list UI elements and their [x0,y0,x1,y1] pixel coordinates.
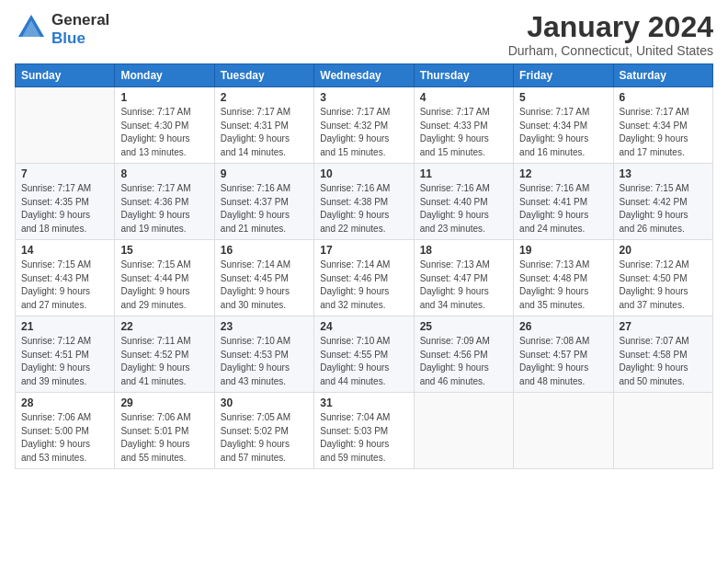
logo-text: General Blue [51,11,109,48]
calendar-cell: 10Sunrise: 7:16 AMSunset: 4:38 PMDayligh… [314,164,414,240]
day-info: Sunrise: 7:16 AMSunset: 4:40 PMDaylight:… [420,182,507,236]
day-number: 9 [221,167,308,180]
day-number: 5 [519,91,607,104]
header: General Blue January 2024 Durham, Connec… [15,11,713,58]
header-tuesday: Tuesday [214,64,313,87]
week-row-2: 14Sunrise: 7:15 AMSunset: 4:43 PMDayligh… [16,240,713,316]
calendar-cell: 11Sunrise: 7:16 AMSunset: 4:40 PMDayligh… [414,164,513,240]
calendar-cell: 29Sunrise: 7:06 AMSunset: 5:01 PMDayligh… [115,393,214,469]
day-info: Sunrise: 7:15 AMSunset: 4:44 PMDaylight:… [120,259,208,312]
calendar-cell: 1Sunrise: 7:17 AMSunset: 4:30 PMDaylight… [115,87,214,164]
calendar-cell: 5Sunrise: 7:17 AMSunset: 4:34 PMDaylight… [514,87,613,164]
day-info: Sunrise: 7:17 AMSunset: 4:31 PMDaylight:… [221,106,308,159]
day-info: Sunrise: 7:16 AMSunset: 4:38 PMDaylight:… [320,182,407,236]
calendar-cell: 7Sunrise: 7:17 AMSunset: 4:35 PMDaylight… [16,164,115,240]
title-block: January 2024 Durham, Connecticut, United… [508,11,713,58]
subtitle: Durham, Connecticut, United States [508,43,713,58]
day-info: Sunrise: 7:05 AMSunset: 5:02 PMDaylight:… [221,411,308,465]
calendar-cell: 26Sunrise: 7:08 AMSunset: 4:57 PMDayligh… [514,316,613,393]
day-number: 8 [120,167,208,180]
calendar-cell: 30Sunrise: 7:05 AMSunset: 5:02 PMDayligh… [214,393,313,469]
day-number: 25 [420,320,507,333]
day-info: Sunrise: 7:17 AMSunset: 4:36 PMDaylight:… [120,182,208,236]
calendar-cell: 9Sunrise: 7:16 AMSunset: 4:37 PMDaylight… [214,164,313,240]
calendar-cell [613,393,712,469]
day-info: Sunrise: 7:17 AMSunset: 4:35 PMDaylight:… [21,182,108,236]
day-info: Sunrise: 7:15 AMSunset: 4:43 PMDaylight:… [21,259,108,312]
calendar-cell: 28Sunrise: 7:06 AMSunset: 5:00 PMDayligh… [16,393,115,469]
day-info: Sunrise: 7:10 AMSunset: 4:53 PMDaylight:… [221,335,308,388]
day-info: Sunrise: 7:16 AMSunset: 4:41 PMDaylight:… [519,182,607,236]
day-number: 31 [320,396,407,409]
day-info: Sunrise: 7:08 AMSunset: 4:57 PMDaylight:… [519,335,607,388]
day-info: Sunrise: 7:17 AMSunset: 4:34 PMDaylight:… [519,106,607,159]
calendar-cell [414,393,513,469]
day-info: Sunrise: 7:06 AMSunset: 5:00 PMDaylight:… [21,411,108,465]
day-number: 7 [21,167,108,180]
day-info: Sunrise: 7:04 AMSunset: 5:03 PMDaylight:… [320,411,407,465]
calendar-cell: 2Sunrise: 7:17 AMSunset: 4:31 PMDaylight… [214,87,313,164]
logo: General Blue [15,11,109,48]
day-info: Sunrise: 7:17 AMSunset: 4:34 PMDaylight:… [620,106,707,159]
calendar-cell: 25Sunrise: 7:09 AMSunset: 4:56 PMDayligh… [414,316,513,393]
main-container: General Blue January 2024 Durham, Connec… [0,0,728,477]
header-saturday: Saturday [613,64,712,87]
day-number: 15 [120,244,208,257]
day-info: Sunrise: 7:17 AMSunset: 4:33 PMDaylight:… [420,106,507,159]
day-number: 10 [320,167,407,180]
calendar-cell [514,393,613,469]
day-number: 21 [21,320,108,333]
day-info: Sunrise: 7:17 AMSunset: 4:32 PMDaylight:… [320,106,407,159]
header-friday: Friday [514,64,613,87]
day-number: 2 [221,91,308,104]
week-row-4: 28Sunrise: 7:06 AMSunset: 5:00 PMDayligh… [16,393,713,469]
day-number: 17 [320,244,407,257]
day-number: 26 [519,320,607,333]
calendar-cell: 24Sunrise: 7:10 AMSunset: 4:55 PMDayligh… [314,316,414,393]
day-number: 20 [620,244,707,257]
calendar-cell: 23Sunrise: 7:10 AMSunset: 4:53 PMDayligh… [214,316,313,393]
day-number: 22 [120,320,208,333]
week-row-1: 7Sunrise: 7:17 AMSunset: 4:35 PMDaylight… [16,164,713,240]
day-number: 23 [221,320,308,333]
calendar-body: 1Sunrise: 7:17 AMSunset: 4:30 PMDaylight… [16,87,713,469]
day-number: 19 [519,244,607,257]
day-number: 30 [221,396,308,409]
main-title: January 2024 [508,11,713,43]
calendar-cell: 6Sunrise: 7:17 AMSunset: 4:34 PMDaylight… [613,87,712,164]
calendar-cell: 21Sunrise: 7:12 AMSunset: 4:51 PMDayligh… [16,316,115,393]
day-info: Sunrise: 7:11 AMSunset: 4:52 PMDaylight:… [120,335,208,388]
calendar-cell: 22Sunrise: 7:11 AMSunset: 4:52 PMDayligh… [115,316,214,393]
calendar-cell: 15Sunrise: 7:15 AMSunset: 4:44 PMDayligh… [115,240,214,316]
day-info: Sunrise: 7:15 AMSunset: 4:42 PMDaylight:… [620,182,707,236]
day-number: 13 [620,167,707,180]
day-info: Sunrise: 7:13 AMSunset: 4:48 PMDaylight:… [519,259,607,312]
calendar-cell: 3Sunrise: 7:17 AMSunset: 4:32 PMDaylight… [314,87,414,164]
day-number: 4 [420,91,507,104]
day-info: Sunrise: 7:13 AMSunset: 4:47 PMDaylight:… [420,259,507,312]
calendar-cell: 12Sunrise: 7:16 AMSunset: 4:41 PMDayligh… [514,164,613,240]
day-number: 11 [420,167,507,180]
calendar-cell: 17Sunrise: 7:14 AMSunset: 4:46 PMDayligh… [314,240,414,316]
day-info: Sunrise: 7:06 AMSunset: 5:01 PMDaylight:… [120,411,208,465]
logo-icon [15,11,48,48]
calendar-cell: 19Sunrise: 7:13 AMSunset: 4:48 PMDayligh… [514,240,613,316]
day-number: 3 [320,91,407,104]
day-info: Sunrise: 7:14 AMSunset: 4:45 PMDaylight:… [221,259,308,312]
day-info: Sunrise: 7:17 AMSunset: 4:30 PMDaylight:… [120,106,208,159]
day-info: Sunrise: 7:09 AMSunset: 4:56 PMDaylight:… [420,335,507,388]
day-number: 1 [120,91,208,104]
day-number: 24 [320,320,407,333]
header-monday: Monday [115,64,214,87]
day-number: 29 [120,396,208,409]
calendar-cell: 14Sunrise: 7:15 AMSunset: 4:43 PMDayligh… [16,240,115,316]
calendar-cell [16,87,115,164]
day-info: Sunrise: 7:14 AMSunset: 4:46 PMDaylight:… [320,259,407,312]
day-number: 28 [21,396,108,409]
day-number: 6 [620,91,707,104]
header-thursday: Thursday [414,64,513,87]
day-info: Sunrise: 7:12 AMSunset: 4:51 PMDaylight:… [21,335,108,388]
calendar-cell: 8Sunrise: 7:17 AMSunset: 4:36 PMDaylight… [115,164,214,240]
calendar-cell: 4Sunrise: 7:17 AMSunset: 4:33 PMDaylight… [414,87,513,164]
calendar-cell: 27Sunrise: 7:07 AMSunset: 4:58 PMDayligh… [613,316,712,393]
